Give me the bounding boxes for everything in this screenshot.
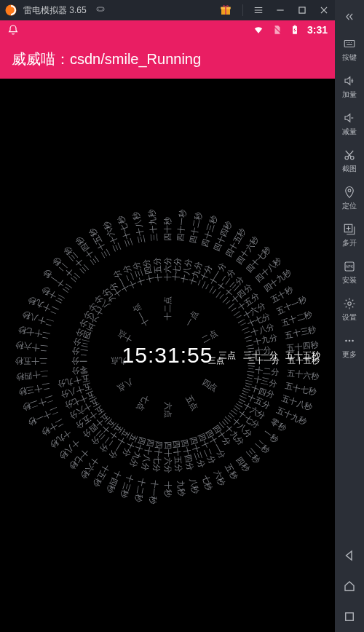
ring-item: 四十四秒 — [211, 220, 234, 253]
recent-icon — [343, 610, 356, 623]
side-toolbar: 按键 加量 减量 截图 定位 多开 APK 安装 设置 更多 — [335, 0, 364, 632]
svg-point-17 — [349, 340, 351, 342]
side-label: 更多 — [342, 349, 357, 360]
ring-item: 九分 — [99, 285, 118, 304]
ring-item: 四十六分 — [162, 441, 173, 473]
menu-button[interactable] — [248, 0, 269, 20]
ring-item: 二十六分 — [234, 300, 268, 325]
svg-rect-19 — [346, 613, 354, 621]
ring-item: 四十二分 — [195, 432, 218, 465]
ring-item: 六秒 — [211, 468, 228, 487]
side-label: 设置 — [342, 312, 357, 323]
side-screenshot-button[interactable]: 截图 — [335, 143, 364, 180]
ring-item: 二十三秒 — [17, 380, 51, 398]
ring-item: 二十五秒 — [15, 355, 47, 366]
ring-item: 四十五分 — [170, 440, 185, 473]
window-title: 雷电模拟器 3.65 — [23, 4, 87, 17]
ring-item: 五十七分 — [63, 388, 96, 411]
ring-item: 十四秒 — [104, 468, 124, 494]
ring-item: 四十六秒 — [234, 234, 261, 266]
side-settings-button[interactable]: 设置 — [335, 291, 364, 328]
ring-item: 十一分 — [111, 268, 132, 294]
ring-item: 二十二分 — [210, 267, 238, 299]
clock-canvas: 15:31:55 三点 三十一分 五十五秒 一点二点三点四点五点六点七点八点九点… — [0, 79, 335, 632]
volume-up-icon — [343, 74, 356, 87]
ring-item: 一秒 — [261, 427, 281, 445]
ring-item: 十二分 — [120, 264, 140, 290]
svg-rect-1 — [97, 7, 104, 11]
ring-item: 八点 — [116, 376, 135, 394]
side-label: 按键 — [342, 52, 357, 63]
ring-item: 三十二分 — [247, 364, 280, 379]
status-bar: 3:31 — [0, 20, 335, 39]
ring-item: 十分 — [106, 280, 124, 299]
gift-icon[interactable] — [219, 4, 232, 17]
ring-item: 三十八秒 — [130, 211, 148, 245]
side-volup-button[interactable]: 加量 — [335, 68, 364, 106]
ring-item: 五十分 — [120, 432, 140, 458]
ring-item: 二十分 — [195, 264, 215, 290]
side-voldn-button[interactable]: 减量 — [335, 106, 364, 143]
current-second: 五十五秒 — [285, 349, 320, 362]
ring-item: 三十三秒 — [62, 244, 92, 275]
current-hour: 三点 — [218, 349, 236, 362]
side-label: 安装 — [342, 275, 357, 285]
ring-item: 四点 — [200, 376, 220, 394]
ring-item: 十七分 — [170, 256, 183, 281]
gear-icon — [343, 297, 356, 310]
ring-item: 二十七分 — [238, 310, 272, 333]
ring-item: 二分 — [71, 345, 88, 358]
side-multi-button[interactable]: 多开 — [335, 217, 364, 254]
ring-item: 三十七秒 — [115, 214, 135, 248]
ring-item: 零分 — [71, 364, 88, 376]
phone-screen: 3:31 威威喵：csdn/smile_Running 15:31:55 三点 … — [0, 20, 335, 632]
ring-item: 四十九秒 — [261, 267, 293, 295]
ring-item: 三十一秒 — [41, 267, 74, 295]
ring-item: 二十五分 — [229, 291, 261, 318]
ring-item: 十六秒 — [79, 455, 102, 481]
ring-item: 五十二秒 — [280, 309, 314, 329]
ring-item: 一点 — [183, 309, 201, 328]
ring-item: 七点 — [135, 393, 152, 413]
ring-item: 一分 — [71, 355, 87, 366]
ring-item: 五十九分 — [57, 372, 90, 390]
ring-item: 五十三秒 — [284, 324, 317, 341]
side-label: 减量 — [342, 127, 357, 137]
location-icon — [343, 186, 356, 199]
android-recent-button[interactable] — [335, 601, 364, 632]
ring-item: 二十一秒 — [26, 405, 60, 428]
ring-item: 三十三分 — [245, 372, 278, 390]
android-back-button[interactable] — [335, 540, 364, 571]
ring-item: 五十六分 — [68, 396, 101, 422]
keyboard-icon — [343, 37, 356, 50]
ring-item: 五十一秒 — [275, 294, 309, 317]
side-keys-button[interactable]: 按键 — [335, 31, 364, 68]
ring-item: 五十五分 — [74, 403, 106, 431]
ring-item: 四十八分 — [139, 438, 157, 472]
ring-item: 二十三分 — [217, 274, 247, 305]
side-collapse-button[interactable] — [335, 4, 364, 31]
android-home-button[interactable] — [335, 571, 364, 601]
back-icon — [343, 549, 356, 562]
side-more-button[interactable]: 更多 — [335, 328, 364, 366]
maximize-button[interactable] — [291, 0, 313, 20]
ring-item: 五十秒 — [269, 284, 295, 305]
more-icon — [343, 334, 356, 347]
minimize-button[interactable] — [269, 0, 291, 20]
ring-item: 二十九分 — [245, 332, 278, 349]
svg-point-3 — [102, 9, 103, 9]
ring-item: 十六分 — [162, 257, 173, 281]
ring-item: 四十三分 — [187, 435, 207, 469]
multi-icon — [343, 223, 356, 236]
svg-rect-6 — [225, 7, 226, 15]
ring-item: 三十秒 — [40, 284, 66, 305]
side-install-button[interactable]: APK 安装 — [335, 254, 364, 291]
wifi-icon — [252, 25, 265, 35]
side-locate-button[interactable]: 定位 — [335, 180, 364, 217]
ring-item: 五十七秒 — [284, 380, 317, 398]
close-button[interactable] — [313, 0, 335, 20]
ring-item: 四分 — [74, 326, 93, 341]
ring-item: 十秒 — [162, 481, 173, 497]
ring-item: 十二秒 — [132, 477, 148, 502]
ring-item: 十七秒 — [67, 446, 91, 472]
